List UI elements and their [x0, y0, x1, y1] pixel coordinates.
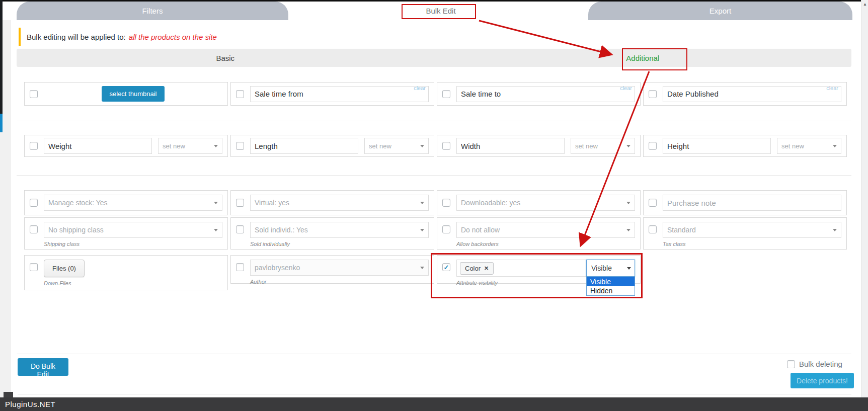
visibility-option-hidden[interactable]: Hidden: [587, 286, 635, 295]
select-thumbnail-button[interactable]: select thumbnail: [102, 86, 165, 102]
field-width: set new: [437, 135, 641, 157]
divider: [17, 121, 851, 121]
files-label: Down.Files: [44, 280, 71, 286]
width-checkbox[interactable]: [442, 142, 450, 150]
virtual-checkbox[interactable]: [236, 199, 244, 207]
length-mode-select[interactable]: set new: [364, 138, 429, 154]
divider: [17, 354, 851, 354]
tab-basic[interactable]: Basic: [17, 49, 434, 67]
field-row-3: Manage stock: Yes Virtual: yes Downloada…: [24, 190, 847, 215]
field-virtual: Virtual: yes: [230, 190, 434, 215]
width-mode-select[interactable]: set new: [571, 138, 635, 154]
files-checkbox[interactable]: [30, 263, 38, 271]
files-button[interactable]: Files (0): [44, 260, 85, 277]
weight-mode-select[interactable]: set new: [158, 138, 222, 154]
divider: [17, 175, 851, 176]
field-shipping-class: No shipping class Shipping class: [24, 217, 228, 250]
sale-to-checkbox[interactable]: [442, 90, 450, 98]
field-downloadable-files: Files (0) Down.Files: [24, 255, 228, 290]
weight-input[interactable]: [44, 138, 152, 154]
field-sold-individually: Sold individ.: Yes Sold individually: [230, 217, 434, 250]
notice-text: Bulk editing will be applied to:: [27, 33, 126, 41]
field-tax-class: Standard Tax class: [643, 217, 847, 250]
length-checkbox[interactable]: [236, 142, 244, 150]
section-tab-bar: Basic Additional: [17, 49, 851, 67]
tab-export-label: Export: [709, 7, 731, 15]
shipping-class-label: Shipping class: [44, 241, 222, 247]
sale-from-input[interactable]: [250, 86, 429, 102]
field-sale-time-from: clear: [230, 82, 434, 106]
field-allow-backorders: Do not allow Allow backorders: [437, 217, 641, 250]
field-manage-stock: Manage stock: Yes: [24, 190, 228, 215]
field-author: pavlobrysenko Author: [230, 255, 434, 284]
manage-stock-checkbox[interactable]: [30, 199, 38, 207]
tab-filters-label: Filters: [142, 7, 163, 15]
backorders-select[interactable]: Do not allow: [456, 222, 635, 238]
shipping-class-select[interactable]: No shipping class: [44, 222, 222, 238]
height-input[interactable]: [663, 138, 771, 154]
date-published-checkbox[interactable]: [649, 90, 657, 98]
notice-banner: Bulk editing will be applied to: all the…: [19, 28, 851, 46]
do-bulk-edit-button[interactable]: Do Bulk Edit: [18, 358, 68, 376]
downloadable-checkbox[interactable]: [442, 199, 450, 207]
purchase-note-checkbox[interactable]: [649, 199, 657, 207]
divider: [18, 394, 851, 394]
shipping-class-checkbox[interactable]: [30, 225, 38, 233]
field-sale-time-to: clear: [437, 82, 641, 106]
footer-corner-block: [4, 392, 13, 397]
virtual-select[interactable]: Virtual: yes: [250, 195, 429, 211]
backorders-label: Allow backorders: [456, 241, 635, 247]
bulk-deleting-label: Bulk deleting: [799, 360, 842, 368]
author-checkbox[interactable]: [236, 263, 244, 271]
highlight-box-additional: [622, 48, 687, 70]
height-mode-select[interactable]: set new: [777, 138, 841, 154]
backorders-checkbox[interactable]: [442, 225, 450, 233]
admin-sidebar-collapse-strip: [0, 114, 3, 132]
sold-individually-select[interactable]: Sold individ.: Yes: [250, 222, 429, 238]
visibility-dropdown-list: Visible Hidden: [586, 277, 635, 296]
field-purchase-note: [643, 190, 847, 215]
delete-products-button[interactable]: Delete products!: [791, 373, 854, 388]
page-scrollbar[interactable]: ▲: [861, 0, 868, 397]
sold-individually-label: Sold individually: [250, 241, 429, 247]
bulk-deleting-row: Bulk deleting: [787, 360, 842, 368]
tax-class-select[interactable]: Standard: [663, 222, 841, 238]
tab-filters[interactable]: Filters: [17, 2, 288, 20]
field-weight: set new: [24, 135, 228, 157]
manage-stock-select[interactable]: Manage stock: Yes: [44, 195, 222, 211]
field-length: set new: [230, 135, 434, 157]
sale-to-input[interactable]: [456, 86, 635, 102]
tax-class-label: Tax class: [663, 241, 841, 247]
date-published-input[interactable]: [663, 86, 841, 102]
field-height: set new: [643, 135, 847, 157]
highlight-box-bulk-edit: [402, 4, 476, 19]
field-row-2: set new set new set new set new: [24, 135, 847, 157]
field-row-4: No shipping class Shipping class Sold in…: [24, 217, 847, 250]
downloadable-select[interactable]: Downloadable: yes: [456, 195, 635, 211]
weight-checkbox[interactable]: [30, 142, 38, 150]
tab-basic-label: Basic: [216, 54, 234, 62]
visibility-option-visible[interactable]: Visible: [587, 277, 635, 286]
divider: [17, 48, 851, 48]
sale-from-clear-link[interactable]: clear: [414, 85, 426, 91]
branding-text: PluginUs.NET: [5, 400, 55, 408]
sold-individually-checkbox[interactable]: [236, 225, 244, 233]
height-checkbox[interactable]: [649, 142, 657, 150]
field-row-1: select thumbnail clear clear clear: [24, 82, 847, 106]
notice-target-text: all the products on the site: [129, 33, 217, 41]
field-date-published: clear: [643, 82, 847, 106]
sale-from-checkbox[interactable]: [236, 90, 244, 98]
width-input[interactable]: [456, 138, 565, 154]
field-thumbnail: select thumbnail: [24, 82, 228, 106]
date-published-clear-link[interactable]: clear: [826, 85, 838, 91]
thumbnail-checkbox[interactable]: [30, 90, 38, 98]
tab-export[interactable]: Export: [588, 2, 852, 20]
length-input[interactable]: [250, 138, 358, 154]
bulk-deleting-checkbox[interactable]: [787, 360, 795, 368]
purchase-note-input[interactable]: [663, 195, 841, 211]
author-select[interactable]: pavlobrysenko: [250, 260, 429, 276]
sale-to-clear-link[interactable]: clear: [620, 85, 632, 91]
scroll-up-icon[interactable]: ▲: [861, 2, 868, 7]
footer-bar: PluginUs.NET: [0, 397, 868, 411]
tax-class-checkbox[interactable]: [649, 225, 657, 233]
